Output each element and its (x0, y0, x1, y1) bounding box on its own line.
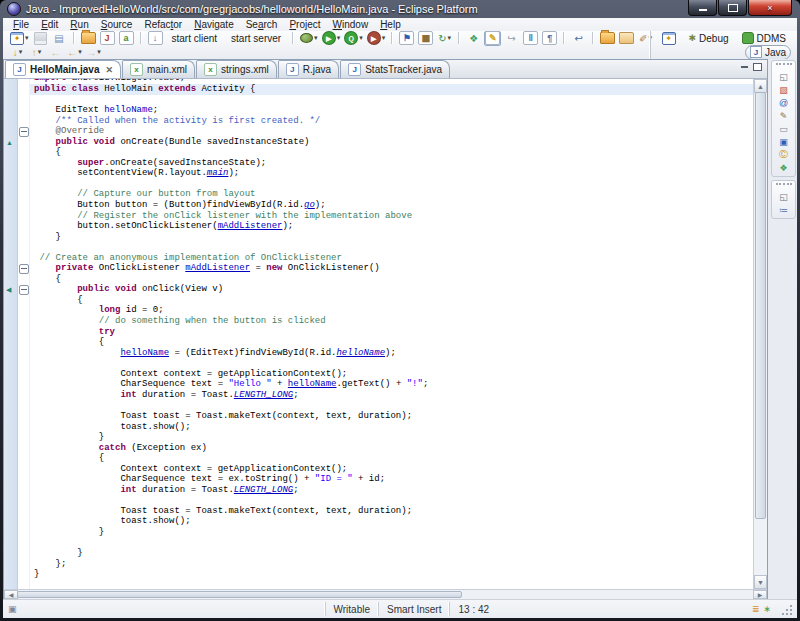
block-selection-toggle[interactable]: ‖ (522, 31, 539, 46)
show-whitespace-toggle[interactable]: ¶ (541, 31, 558, 46)
code-line[interactable]: // do something when the button is click… (30, 316, 753, 327)
declaration-view-icon[interactable]: ✎ (776, 110, 792, 121)
code-line[interactable] (30, 538, 753, 549)
menu-edit[interactable]: Edit (35, 19, 64, 30)
code-line[interactable]: EditText helloName; (30, 105, 753, 116)
resize-grip[interactable] (781, 603, 794, 616)
tab-statstracker-java[interactable]: JStatsTracker.java (340, 60, 450, 78)
scroll-down-icon[interactable]: ▼ (754, 575, 767, 589)
menu-project[interactable]: Project (283, 19, 326, 30)
horizontal-scroll-thumb[interactable] (17, 591, 462, 598)
start-client-button[interactable]: start client (166, 31, 224, 46)
new-wizard-button[interactable]: ✦▾ (9, 31, 30, 46)
code-area[interactable]: import android.widget.Toast; public clas… (30, 79, 753, 589)
javadoc-view-icon[interactable]: @ (776, 97, 792, 108)
profile-button[interactable]: Q▾ (343, 31, 364, 46)
code-line[interactable] (30, 95, 753, 106)
code-line[interactable]: Context context = getApplicationContext(… (30, 464, 753, 475)
debug-button[interactable]: ▾ (299, 31, 319, 46)
dropdown-arrow-icon[interactable]: ▾ (25, 34, 29, 42)
code-line[interactable]: catch (Exception ex) (30, 443, 753, 454)
code-line[interactable]: int duration = Toast.LENGTH_LONG; (30, 390, 753, 401)
dropdown-arrow-icon[interactable]: ▾ (19, 48, 23, 56)
vertical-scroll-thumb[interactable] (755, 92, 766, 519)
dropdown-arrow-icon[interactable]: ▾ (38, 48, 42, 56)
coverage-button[interactable]: ▶▾ (366, 31, 387, 46)
close-button[interactable]: × (748, 0, 792, 16)
menu-source[interactable]: Source (95, 19, 139, 30)
tab-strings-xml[interactable]: xstrings.xml (196, 60, 277, 78)
ant-button[interactable]: ▦ (417, 31, 434, 46)
folding-ruler[interactable] (18, 79, 30, 589)
code-line[interactable]: Toast toast = Toast.makeText(context, te… (30, 506, 753, 517)
collapse-marker-icon[interactable] (19, 264, 29, 274)
code-line[interactable]: try (30, 327, 753, 338)
code-line[interactable]: button.setOnClickListener(mAddListener); (30, 221, 753, 232)
restore-views-button[interactable]: ◱ (776, 71, 792, 82)
menu-refactor[interactable]: Refactor (138, 19, 188, 30)
minimize-button[interactable] (688, 0, 717, 16)
externalize-strings-button[interactable]: ❖ (465, 31, 482, 46)
dropdown-arrow-icon[interactable]: ▾ (97, 48, 101, 56)
next-annotation-button[interactable]: ↓▾ (9, 45, 26, 60)
code-line[interactable]: { (30, 295, 753, 306)
open-perspective-button[interactable]: ✦ (657, 31, 681, 46)
minimize-editor-button[interactable] (741, 63, 748, 71)
code-line[interactable]: }; (30, 559, 753, 570)
scroll-left-icon[interactable]: ◀ (4, 590, 18, 599)
titlebar[interactable]: Java - ImprovedHelloWorld/src/com/gregrj… (0, 0, 800, 18)
code-line[interactable]: Context context = getApplicationContext(… (30, 369, 753, 380)
code-line[interactable]: } (30, 548, 753, 559)
maximize-editor-button[interactable] (753, 63, 762, 71)
code-line[interactable]: public class HelloMain extends Activity … (30, 84, 753, 95)
menu-file[interactable]: File (7, 19, 35, 30)
last-edit-location-button[interactable]: ↩ (570, 31, 587, 46)
code-line[interactable]: } (30, 569, 753, 580)
code-line[interactable]: } (30, 432, 753, 443)
scroll-up-icon[interactable]: ▲ (754, 79, 767, 93)
tab-main-xml[interactable]: xmain.xml (122, 60, 195, 78)
new-android-project-button[interactable]: a (118, 31, 135, 46)
sdk-manager-button[interactable]: ↓ (147, 31, 164, 46)
code-line[interactable]: int duration = Toast.LENGTH_LONG; (30, 485, 753, 496)
prev-annotation-button[interactable]: ↑▾ (28, 45, 45, 60)
code-editor[interactable]: ▲◀ import android.widget.Toast; public c… (4, 79, 767, 589)
vertical-scrollbar[interactable]: ▲ ▼ (753, 79, 767, 589)
code-line[interactable]: { (30, 337, 753, 348)
tab-hellomain-java[interactable]: JHelloMain.java✕ (5, 60, 121, 78)
dropdown-arrow-icon[interactable]: ▾ (337, 34, 341, 42)
code-line[interactable]: public void onCreate(Bundle savedInstanc… (30, 137, 753, 148)
mark-occurrences-toggle[interactable]: ✎ (484, 31, 501, 46)
code-line[interactable]: { (30, 274, 753, 285)
code-line[interactable]: toast.show(); (30, 422, 753, 433)
print-button[interactable]: ▤ (51, 31, 68, 46)
code-line[interactable]: long id = 0; (30, 305, 753, 316)
back-button[interactable]: ←▾ (66, 45, 83, 60)
collapse-marker-icon[interactable] (19, 285, 29, 295)
drag-handle[interactable] (776, 183, 792, 188)
code-line[interactable]: CharSequence text = ex.toString() + "ID … (30, 474, 753, 485)
maximize-button[interactable] (718, 0, 747, 16)
restore-outline-button[interactable]: ◱ (776, 191, 792, 202)
menu-search[interactable]: Search (240, 19, 284, 30)
back-disabled-button[interactable]: ← (47, 45, 64, 60)
code-line[interactable]: Button button = (Button)findViewById(R.i… (30, 200, 753, 211)
refresh-button[interactable]: ↻▾ (436, 31, 453, 46)
scroll-right-icon[interactable]: ▶ (753, 590, 767, 599)
code-line[interactable]: { (30, 147, 753, 158)
code-line[interactable]: import android.widget.Toast; (30, 79, 753, 84)
dropdown-arrow-icon[interactable]: ▾ (314, 34, 318, 42)
forward-button[interactable]: →▾ (85, 45, 102, 60)
code-line[interactable]: // Register the onClick listener with th… (30, 211, 753, 222)
menu-help[interactable]: Help (374, 19, 407, 30)
tab-r-java[interactable]: JR.java (278, 60, 339, 78)
menu-window[interactable]: Window (327, 19, 375, 30)
code-line[interactable]: toast.show(); (30, 516, 753, 527)
code-line[interactable]: Toast toast = Toast.makeText(context, te… (30, 411, 753, 422)
junit-button[interactable]: ⚑ (398, 31, 415, 46)
menu-run[interactable]: Run (64, 19, 94, 30)
dropdown-arrow-icon[interactable]: ▾ (359, 34, 363, 42)
import-button[interactable] (80, 31, 97, 46)
code-line[interactable]: } (30, 527, 753, 538)
close-tab-icon[interactable]: ✕ (105, 65, 113, 75)
